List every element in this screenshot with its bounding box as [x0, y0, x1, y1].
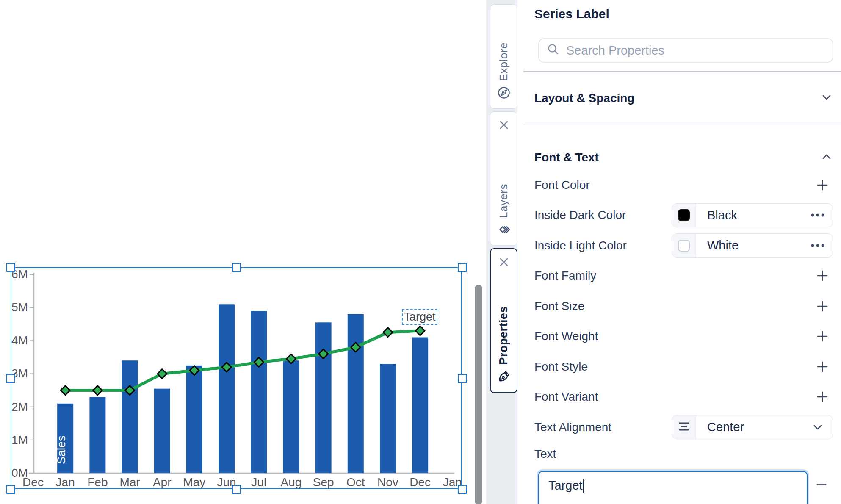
properties-panel: Series Label Search Properties Layout & … — [517, 0, 841, 504]
search-placeholder: Search Properties — [566, 44, 664, 58]
search-icon — [547, 43, 560, 58]
control-preview-zone[interactable] — [672, 204, 696, 227]
property-row-font-family: Font Family — [534, 261, 833, 291]
add-property-button[interactable] — [815, 299, 830, 313]
property-label: Inside Light Color — [534, 239, 627, 252]
chart-selection-box[interactable] — [11, 267, 462, 489]
selection-handle-top-center[interactable] — [232, 263, 241, 272]
add-property-button[interactable] — [815, 390, 830, 404]
ellipsis-menu-icon[interactable] — [803, 211, 833, 219]
add-property-button[interactable] — [815, 329, 830, 343]
target-series-label[interactable]: Target — [402, 309, 437, 325]
value-control[interactable]: Black — [672, 203, 833, 227]
property-row-font-weight: Font Weight — [534, 321, 833, 352]
section-title: Font & Text — [534, 151, 599, 164]
align-center-icon — [677, 420, 691, 435]
close-icon[interactable] — [498, 256, 510, 269]
text-cursor — [583, 479, 584, 493]
tab-layers[interactable]: Layers — [490, 111, 517, 246]
section-font-text[interactable]: Font & Text — [534, 144, 833, 171]
panel-tab-strip: ExploreLayersProperties — [486, 0, 517, 504]
value-control[interactable]: Center — [672, 415, 833, 439]
section-layout-spacing[interactable]: Layout & Spacing — [534, 84, 833, 113]
property-label: Font Size — [534, 299, 584, 313]
text-value: Target — [548, 479, 583, 492]
add-property-button[interactable] — [815, 269, 830, 283]
selection-handle-mid-right[interactable] — [458, 374, 467, 383]
selection-handle-top-right[interactable] — [458, 263, 467, 272]
pen-icon — [497, 369, 511, 385]
app-window: 0M1M2M3M4M5M6MDecJanFebMarAprMayJunJulAu… — [0, 0, 841, 504]
text-field-label: Text — [534, 447, 556, 461]
add-property-button[interactable] — [815, 360, 830, 374]
tab-label: Layers — [497, 184, 510, 218]
color-swatch[interactable] — [678, 209, 690, 221]
control-value: Center — [696, 420, 803, 434]
tab-properties[interactable]: Properties — [490, 248, 517, 393]
design-canvas[interactable]: 0M1M2M3M4M5M6MDecJanFebMarAprMayJunJulAu… — [0, 0, 486, 504]
add-property-button[interactable] — [815, 178, 830, 192]
property-rows: Font ColorInside Dark Color Black Inside… — [534, 170, 833, 443]
tab-explore[interactable]: Explore — [490, 4, 517, 109]
chevron-down-icon[interactable] — [803, 421, 833, 434]
tab-label: Properties — [497, 306, 510, 365]
control-value: Black — [696, 208, 803, 222]
property-row-font-style: Font Style — [534, 352, 833, 382]
layers-icon — [496, 222, 512, 238]
tab-label: Explore — [497, 42, 510, 81]
search-properties-input[interactable]: Search Properties — [538, 38, 833, 63]
property-label: Inside Dark Color — [534, 208, 626, 222]
control-value: White — [696, 238, 803, 252]
selection-handle-bottom-left[interactable] — [6, 485, 15, 494]
chevron-up-icon[interactable] — [820, 150, 833, 165]
property-label: Font Color — [534, 178, 590, 192]
section-title: Layout & Spacing — [534, 91, 634, 105]
color-swatch[interactable] — [678, 240, 690, 252]
selection-handle-top-left[interactable] — [6, 263, 15, 272]
selection-handle-bottom-right[interactable] — [458, 485, 467, 494]
property-label: Font Style — [534, 360, 588, 374]
property-row-font-variant: Font Variant — [534, 382, 833, 413]
property-row-inside-light-color: Inside Light Color White — [534, 230, 833, 261]
value-control[interactable]: White — [672, 233, 833, 258]
property-label: Font Weight — [534, 330, 598, 343]
divider — [523, 71, 841, 72]
panel-title: Series Label — [534, 7, 609, 21]
chevron-down-icon[interactable] — [820, 91, 833, 105]
property-label: Font Variant — [534, 390, 598, 404]
text-value-input[interactable]: Target — [538, 471, 808, 504]
selection-handle-bottom-center[interactable] — [232, 485, 241, 494]
property-label: Font Family — [534, 269, 596, 282]
control-preview-zone[interactable] — [672, 234, 696, 257]
property-row-text-alignment: Text Alignment Center — [534, 412, 833, 443]
property-row-font-color: Font Color — [534, 170, 833, 200]
property-label: Text Alignment — [534, 421, 611, 434]
property-row-inside-dark-color: Inside Dark Color Black — [534, 200, 833, 231]
canvas-vertical-scrollbar[interactable] — [475, 285, 482, 504]
property-row-font-size: Font Size — [534, 291, 833, 321]
close-icon[interactable] — [498, 119, 510, 131]
divider — [523, 125, 841, 125]
remove-text-button[interactable] — [814, 477, 829, 492]
compass-icon — [497, 86, 511, 102]
selection-handle-mid-left[interactable] — [6, 374, 15, 383]
control-preview-zone[interactable] — [672, 415, 696, 439]
ellipsis-menu-icon[interactable] — [803, 241, 833, 250]
